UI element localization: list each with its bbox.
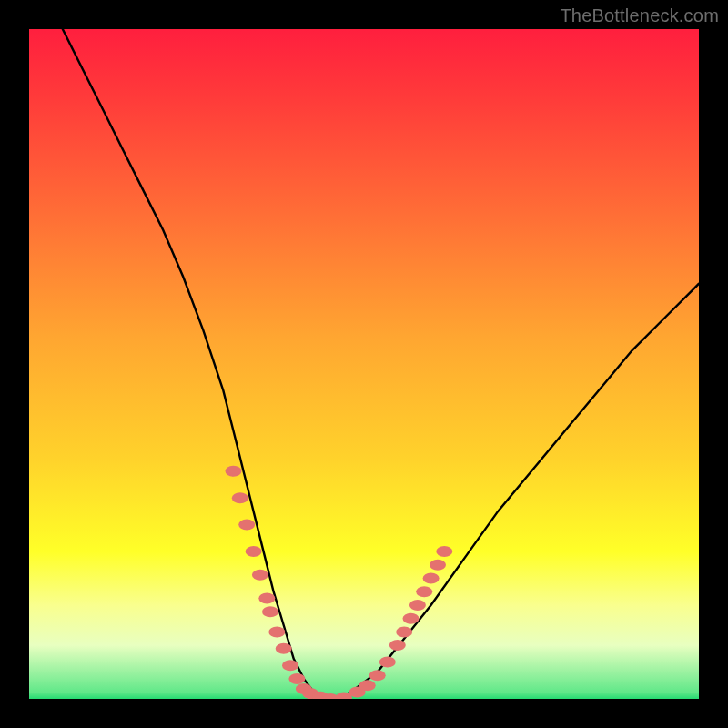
- curve-marker: [246, 546, 262, 557]
- curve-marker: [389, 640, 406, 651]
- curve-markers: [226, 466, 453, 699]
- curve-marker: [276, 643, 292, 654]
- curve-marker: [288, 673, 305, 684]
- curve-layer: [29, 29, 699, 699]
- curve-marker: [430, 560, 446, 571]
- bottleneck-curve: [63, 29, 699, 699]
- curve-marker: [262, 606, 278, 617]
- chart-frame: TheBottleneck.com: [0, 0, 728, 728]
- curve-marker: [268, 626, 285, 637]
- curve-marker: [282, 660, 298, 671]
- watermark-text: TheBottleneck.com: [560, 5, 719, 26]
- plot-area: [29, 29, 699, 699]
- curve-marker: [410, 600, 426, 611]
- curve-marker: [423, 573, 440, 584]
- curve-marker: [403, 613, 420, 624]
- curve-marker: [258, 593, 275, 604]
- curve-marker: [238, 520, 255, 531]
- curve-marker: [226, 466, 242, 477]
- curve-marker: [232, 492, 248, 503]
- curve-marker: [252, 570, 268, 581]
- curve-marker: [379, 657, 396, 668]
- curve-marker: [359, 680, 376, 691]
- curve-marker: [436, 546, 452, 557]
- curve-marker: [369, 670, 386, 681]
- curve-marker: [416, 586, 432, 597]
- curve-marker: [396, 626, 412, 637]
